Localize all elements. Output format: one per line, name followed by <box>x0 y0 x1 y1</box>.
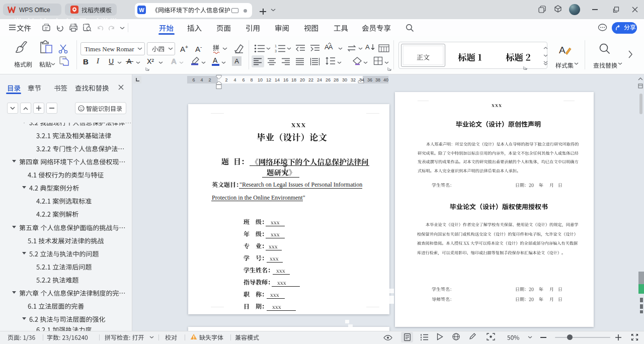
svg-text:3: 3 <box>275 49 277 53</box>
svg-text:W: W <box>139 7 144 13</box>
svg-text:1: 1 <box>275 44 277 48</box>
svg-text:A: A <box>559 45 566 55</box>
